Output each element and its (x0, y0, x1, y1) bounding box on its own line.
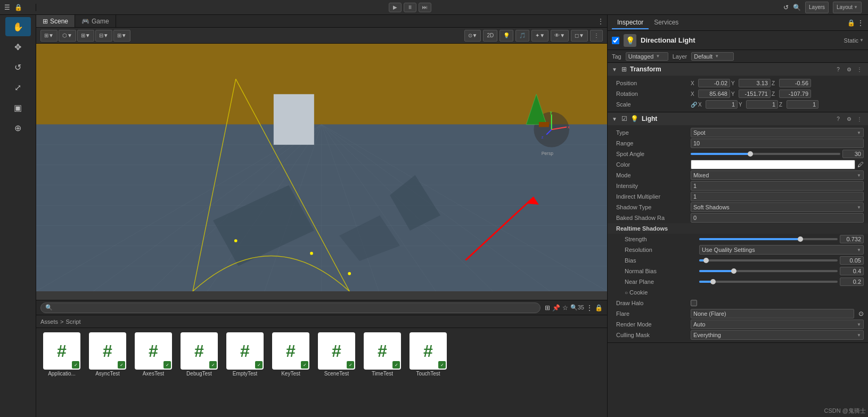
culling-mask-dropdown[interactable]: Everything ▼ (691, 330, 864, 340)
gizmo-btn-2[interactable]: ⬡▼ (59, 30, 76, 42)
rot-z-input[interactable] (779, 89, 811, 98)
list-item[interactable]: # ✓ DebugTest (178, 332, 220, 413)
pin-icon[interactable]: 📌 (552, 304, 560, 312)
shadow-type-dropdown[interactable]: Soft Shadows ▼ (691, 202, 864, 212)
search-bar[interactable]: 🔍 (40, 302, 541, 313)
refresh-icon[interactable]: ↺ (783, 4, 789, 11)
tab-scene[interactable]: ⊞ Scene (36, 15, 75, 27)
list-item[interactable]: # ✓ Applicatio... (40, 332, 83, 413)
scale-z-input[interactable] (787, 100, 818, 109)
normal-bias-track[interactable] (699, 270, 838, 272)
eye-btn[interactable]: 👁▼ (551, 30, 569, 42)
transform-more[interactable]: ⋮ (855, 65, 864, 73)
list-item[interactable]: # ✓ EmptyTest (224, 332, 266, 413)
layers-button[interactable]: Layers (805, 2, 829, 13)
rot-x-input[interactable] (698, 89, 730, 98)
gizmo-btn-3[interactable]: ⊞▼ (77, 30, 94, 42)
breadcrumb-script[interactable]: Script (65, 318, 80, 325)
hand-tool[interactable]: ✋ (5, 17, 31, 36)
gizmo-btn-1[interactable]: ⊞▼ (40, 30, 58, 42)
static-chevron[interactable]: ▼ (859, 38, 864, 43)
near-plane-track[interactable] (699, 281, 838, 283)
transform-settings[interactable]: ⚙ (845, 65, 853, 73)
tab-services[interactable]: Services (649, 17, 684, 29)
list-item[interactable]: # ✓ TimeTest (361, 332, 404, 413)
near-plane-input[interactable] (840, 277, 864, 286)
render-mode-dropdown[interactable]: Auto ▼ (691, 320, 864, 329)
indirect-input[interactable] (691, 192, 864, 201)
list-item[interactable]: # ✓ TouchTest (407, 332, 449, 413)
flare-dropdown[interactable]: None (Flare) (691, 309, 854, 318)
light-more[interactable]: ⋮ (855, 115, 864, 123)
baked-shadow-input[interactable] (691, 213, 864, 223)
object-active-checkbox[interactable] (612, 37, 619, 44)
rect-tool[interactable]: ▣ (5, 98, 31, 117)
star-icon[interactable]: ☆ (562, 304, 568, 312)
light-checkbox[interactable]: ☑ (621, 115, 627, 122)
pos-x-input[interactable] (698, 79, 730, 87)
sphere-btn[interactable]: ⊙▼ (464, 30, 481, 42)
resolution-dropdown[interactable]: Use Quality Settings ▼ (699, 245, 864, 255)
filter-icon[interactable]: ⊞ (545, 304, 550, 312)
transform-header[interactable]: ▼ ⊞ Transform ? ⚙ ⋮ (608, 63, 868, 76)
strength-track[interactable] (699, 238, 838, 240)
range-input[interactable] (691, 138, 864, 148)
layout-button[interactable]: Layout ▼ (833, 2, 862, 13)
pos-y-input[interactable] (739, 79, 771, 87)
gizmo-btn-4[interactable]: ⊟▼ (95, 30, 112, 42)
layer-dropdown[interactable]: Default ▼ (691, 52, 734, 61)
2d-btn[interactable]: 2D (483, 30, 497, 42)
spot-angle-track[interactable] (691, 153, 840, 155)
color-picker[interactable] (691, 160, 855, 169)
lock-bottom-icon[interactable]: 🔒 (595, 304, 603, 312)
scale-tool[interactable]: ⤢ (5, 78, 31, 97)
rotate-tool[interactable]: ↺ (5, 58, 31, 77)
draw-halo-checkbox[interactable] (691, 300, 697, 306)
list-item[interactable]: # ✓ KeyTest (269, 332, 312, 413)
light-help[interactable]: ? (834, 115, 842, 123)
spot-angle-input[interactable] (842, 150, 864, 158)
light-btn[interactable]: 💡 (499, 30, 513, 42)
pause-button[interactable]: ⏸ (404, 3, 416, 12)
bias-input[interactable] (840, 256, 864, 265)
normal-bias-input[interactable] (840, 267, 864, 275)
transform-help[interactable]: ? (834, 65, 842, 73)
type-dropdown[interactable]: Spot ▼ (691, 128, 864, 137)
search-icon[interactable]: 🔍 (793, 4, 801, 11)
gizmos-btn[interactable]: ◻▼ (571, 30, 588, 42)
play-button[interactable]: ▶ (389, 3, 402, 12)
pos-z-input[interactable] (779, 79, 811, 87)
color-eyedropper[interactable]: 🖊 (857, 161, 864, 168)
transform-tool[interactable]: ⊕ (5, 118, 31, 137)
scene-view[interactable]: x y z Persp (36, 44, 607, 300)
more-inspector-icon[interactable]: ⋮ (857, 19, 864, 27)
list-item[interactable]: # ✓ SceneTest (315, 332, 358, 413)
move-tool[interactable]: ✥ (5, 37, 31, 56)
more-btn[interactable]: ⋮ (590, 30, 603, 42)
audio-btn[interactable]: 🎵 (515, 30, 529, 42)
bias-track[interactable] (699, 259, 838, 261)
tag-dropdown[interactable]: Untagged ▼ (626, 52, 668, 61)
list-item[interactable]: # ✓ AsyncTest (86, 332, 129, 413)
light-settings[interactable]: ⚙ (845, 115, 853, 123)
rot-y-input[interactable] (739, 89, 771, 98)
scale-y-input[interactable] (746, 100, 778, 109)
step-button[interactable]: ⏭ (419, 3, 431, 12)
tab-more-button[interactable]: ⋮ (594, 15, 607, 27)
tab-inspector[interactable]: Inspector (612, 17, 649, 29)
object-name[interactable]: Directional Light (641, 36, 840, 44)
light-header[interactable]: ▼ ☑ 💡 Light ? ⚙ ⋮ (608, 112, 868, 125)
flare-target-icon[interactable]: ⊙ (858, 310, 864, 317)
mode-dropdown[interactable]: Mixed ▼ (691, 170, 864, 180)
intensity-input[interactable] (691, 181, 864, 191)
tab-game[interactable]: 🎮 Game (75, 15, 116, 27)
more-bottom-icon[interactable]: ⋮ (586, 304, 593, 312)
breadcrumb-assets[interactable]: Assets (40, 318, 58, 325)
lock-inspector-icon[interactable]: 🔒 (847, 19, 855, 27)
scale-lock-icon[interactable]: 🔗 (691, 102, 697, 108)
strength-input[interactable] (840, 235, 864, 243)
list-item[interactable]: # ✓ AxesTest (132, 332, 175, 413)
effects-btn[interactable]: ✦▼ (531, 30, 548, 42)
gizmo-btn-5[interactable]: ⊞▼ (113, 30, 130, 42)
menu-icon[interactable]: ☰ (4, 4, 10, 11)
